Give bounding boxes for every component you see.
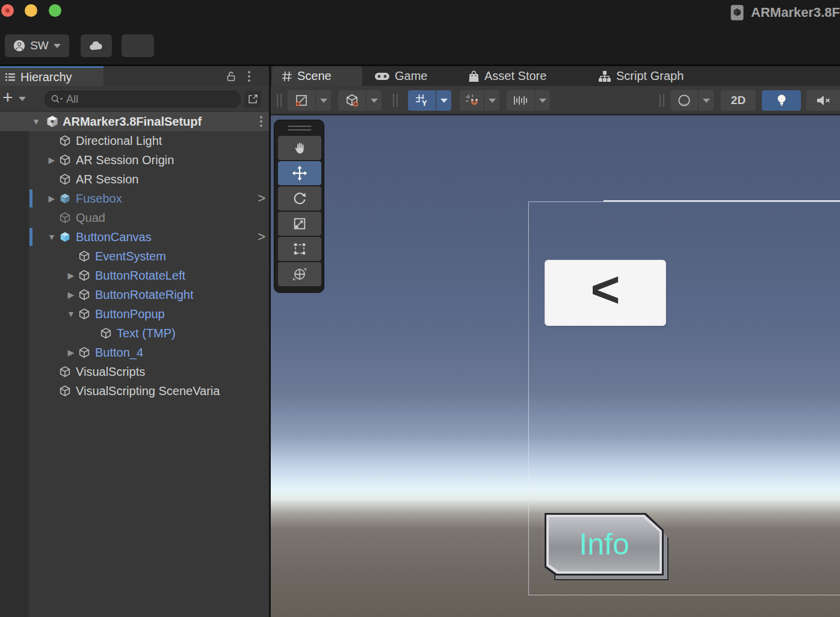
foldout-expanded-icon[interactable] xyxy=(30,117,42,126)
chevron-down-icon[interactable] xyxy=(436,90,451,111)
scene-info-button[interactable]: Info xyxy=(545,513,670,580)
tab-game[interactable]: Game xyxy=(374,66,427,86)
foldout-collapsed-icon[interactable] xyxy=(46,194,58,203)
draw-mode-icon xyxy=(288,90,315,111)
tree-item-visualscripts[interactable]: VisualScripts xyxy=(29,362,269,381)
scene-panel: Scene Game Asset Store xyxy=(271,66,840,617)
tree-item-eventsystem[interactable]: EventSystem xyxy=(29,247,269,266)
cube-icon xyxy=(78,289,90,301)
move-icon xyxy=(292,165,307,181)
popout-window-icon[interactable] xyxy=(244,91,261,108)
draw-mode-button[interactable] xyxy=(288,90,331,111)
scene-file-icon xyxy=(729,4,745,21)
transform-icon xyxy=(292,266,307,282)
minimize-window-button[interactable] xyxy=(25,4,37,17)
tab-hierarchy-label: Hierarchy xyxy=(20,70,72,84)
tab-asset-store[interactable]: Asset Store xyxy=(468,66,546,86)
window-title: ARMarker3.8F xyxy=(751,5,840,20)
svg-text:Y: Y xyxy=(422,99,427,108)
cube-icon xyxy=(59,154,71,166)
cube-icon xyxy=(59,366,71,378)
2d-toggle-button[interactable]: 2D xyxy=(721,90,756,111)
foldout-expanded-icon[interactable] xyxy=(65,309,77,319)
gizmo-cube-icon xyxy=(338,90,366,111)
cube-icon xyxy=(59,212,71,224)
cloud-icon xyxy=(88,40,104,52)
tab-script-graph[interactable]: Script Graph xyxy=(598,66,684,86)
audio-mute-button[interactable] xyxy=(806,90,840,111)
scene-root-row[interactable]: ARMarker3.8FinalSetupf xyxy=(0,112,269,131)
shopping-bag-icon xyxy=(468,70,480,82)
scene-toolbar: Y xyxy=(271,86,840,115)
tree-item-buttoncanvas[interactable]: ButtonCanvas > xyxy=(29,227,269,247)
hierarchy-search-input[interactable]: All xyxy=(45,91,241,108)
foldout-collapsed-icon[interactable] xyxy=(65,271,77,280)
tree-item-ar-session[interactable]: AR Session xyxy=(29,170,269,189)
foldout-expanded-icon[interactable] xyxy=(46,232,58,242)
transform-tool-button[interactable] xyxy=(278,262,321,286)
chevron-down-icon[interactable] xyxy=(698,90,714,111)
scene-viewport[interactable]: < Info xyxy=(271,115,840,617)
grid-snap-button[interactable] xyxy=(460,90,499,111)
shading-mode-button[interactable] xyxy=(670,90,714,111)
cube-icon xyxy=(78,269,90,281)
tree-item-ar-session-origin[interactable]: AR Session Origin xyxy=(29,150,269,170)
grid-y-toggle-button[interactable]: Y xyxy=(408,90,451,111)
foldout-collapsed-icon[interactable] xyxy=(65,290,77,299)
tab-scene[interactable]: Scene xyxy=(282,66,332,86)
tree-item-directional-light[interactable]: Directional Light xyxy=(29,131,269,150)
tree-item-visualscripting-scenevariables[interactable]: VisualScripting SceneVaria xyxy=(29,381,269,401)
tree-item-quad[interactable]: Quad xyxy=(29,208,269,227)
search-icon xyxy=(51,94,64,105)
close-window-button[interactable] xyxy=(1,4,14,17)
chevron-down-icon[interactable] xyxy=(534,90,550,111)
lighting-toggle-button[interactable] xyxy=(762,90,801,111)
palette-drag-handle[interactable] xyxy=(288,126,311,130)
scene-back-button[interactable]: < xyxy=(545,260,666,326)
prefab-open-chevron[interactable]: > xyxy=(258,191,265,206)
back-button-label: < xyxy=(590,264,620,315)
move-tool-button[interactable] xyxy=(278,161,321,185)
create-dropdown-icon[interactable] xyxy=(19,97,26,101)
tab-hierarchy[interactable]: Hierarchy xyxy=(0,66,103,86)
rotate-tool-button[interactable] xyxy=(278,186,321,210)
toolbar-drag-handle[interactable] xyxy=(659,94,666,107)
toolbar-drag-handle[interactable] xyxy=(393,94,399,107)
hand-tool-button[interactable] xyxy=(278,136,321,160)
create-object-button[interactable]: + xyxy=(2,87,13,108)
tree-item-buttonrotateright[interactable]: ButtonRotateRight xyxy=(29,285,269,304)
chevron-down-icon xyxy=(54,44,61,48)
cloud-services-button[interactable] xyxy=(81,34,112,57)
tree-item-button-4[interactable]: Button_4 xyxy=(29,343,269,362)
tree-item-buttonrotateleft[interactable]: ButtonRotateLeft xyxy=(29,266,269,285)
zoom-window-button[interactable] xyxy=(49,4,61,17)
info-button-face: Info xyxy=(549,517,659,571)
foldout-collapsed-icon[interactable] xyxy=(65,348,77,357)
hand-icon xyxy=(292,140,307,156)
chevron-down-icon[interactable] xyxy=(366,90,381,111)
tree-item-buttonpopup[interactable]: ButtonPopup xyxy=(29,304,269,324)
unlock-icon[interactable] xyxy=(225,70,237,82)
prefab-cube-icon xyxy=(59,192,71,204)
scene-kebab-menu-icon[interactable] xyxy=(259,115,263,127)
window-title-group: ARMarker3.8F xyxy=(729,4,840,22)
snap-increment-button[interactable] xyxy=(507,90,550,111)
hierarchy-kebab-menu-icon[interactable] xyxy=(247,70,252,83)
node-graph-icon xyxy=(598,70,611,82)
chevron-down-icon[interactable] xyxy=(315,90,331,111)
prefab-open-chevron[interactable]: > xyxy=(258,229,265,245)
gizmo-cube-button[interactable] xyxy=(338,90,381,111)
blank-toolbar-button[interactable] xyxy=(122,34,154,57)
tree-item-text-tmp[interactable]: Text (TMP) xyxy=(29,324,269,343)
scale-tool-button[interactable] xyxy=(278,212,321,236)
hierarchy-list-icon xyxy=(5,72,16,82)
chevron-down-icon[interactable] xyxy=(484,90,499,111)
account-dropdown-button[interactable]: SW xyxy=(5,34,69,57)
tree-item-fusebox[interactable]: Fusebox > xyxy=(29,189,269,208)
toolbar-drag-handle[interactable] xyxy=(277,94,283,107)
foldout-collapsed-icon[interactable] xyxy=(46,155,58,165)
hierarchy-gutter xyxy=(0,112,29,617)
rect-tool-button[interactable] xyxy=(278,237,321,261)
search-placeholder: All xyxy=(66,93,78,106)
cube-icon xyxy=(78,346,90,358)
